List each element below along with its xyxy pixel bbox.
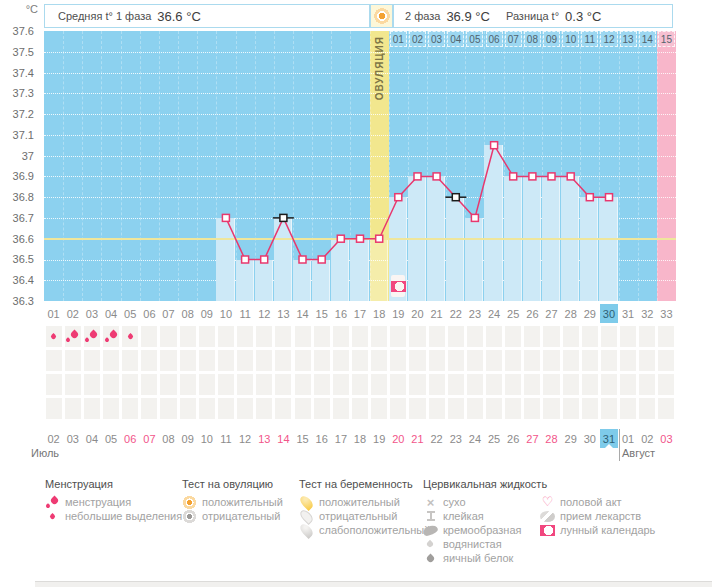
- symptom-cell[interactable]: [601, 398, 617, 419]
- temp-point[interactable]: [548, 173, 555, 180]
- temp-point[interactable]: [261, 256, 268, 263]
- symptom-cell[interactable]: [141, 398, 157, 419]
- symptom-cell[interactable]: [141, 374, 157, 395]
- symptom-cell[interactable]: [314, 374, 330, 395]
- symptom-cell[interactable]: [563, 374, 579, 395]
- symptom-cell[interactable]: [103, 350, 119, 371]
- symptom-cell[interactable]: [333, 326, 349, 347]
- symptom-cell[interactable]: [505, 374, 521, 395]
- temp-point[interactable]: [471, 214, 478, 221]
- temp-point[interactable]: [242, 256, 249, 263]
- symptom-cell[interactable]: [639, 326, 655, 347]
- symptom-cell[interactable]: [256, 350, 272, 371]
- symptom-cell[interactable]: [65, 374, 81, 395]
- symptom-cell[interactable]: [333, 374, 349, 395]
- temp-point[interactable]: [529, 173, 536, 180]
- symptom-cell[interactable]: [658, 398, 674, 419]
- symptom-cell[interactable]: [141, 326, 157, 347]
- symptom-cell[interactable]: [658, 326, 674, 347]
- symptom-cell[interactable]: [352, 350, 368, 371]
- symptom-cell[interactable]: [65, 398, 81, 419]
- temp-point[interactable]: [376, 235, 383, 242]
- symptom-cell[interactable]: [65, 326, 81, 347]
- symptom-cell[interactable]: [103, 326, 119, 347]
- symptom-cell[interactable]: [658, 374, 674, 395]
- symptom-cell[interactable]: [486, 374, 502, 395]
- symptom-cell[interactable]: [543, 350, 559, 371]
- symptom-cell[interactable]: [601, 326, 617, 347]
- symptom-cell[interactable]: [314, 398, 330, 419]
- symptom-cell[interactable]: [256, 374, 272, 395]
- temp-point[interactable]: [395, 194, 402, 201]
- symptom-cell[interactable]: [122, 326, 138, 347]
- symptom-cell[interactable]: [199, 398, 215, 419]
- temp-point[interactable]: [433, 173, 440, 180]
- symptom-cell[interactable]: [160, 374, 176, 395]
- symptom-cell[interactable]: [84, 326, 100, 347]
- symptom-cell[interactable]: [65, 350, 81, 371]
- symptom-cell[interactable]: [237, 326, 253, 347]
- symptom-cell[interactable]: [371, 374, 387, 395]
- symptom-cell[interactable]: [103, 398, 119, 419]
- symptom-cell[interactable]: [237, 398, 253, 419]
- symptom-cell[interactable]: [180, 374, 196, 395]
- symptom-cell[interactable]: [467, 398, 483, 419]
- symptom-cell[interactable]: [218, 350, 234, 371]
- symptom-cell[interactable]: [505, 398, 521, 419]
- symptom-cell[interactable]: [122, 350, 138, 371]
- symptom-cell[interactable]: [180, 350, 196, 371]
- symptom-cell[interactable]: [295, 350, 311, 371]
- symptom-cell[interactable]: [639, 398, 655, 419]
- temp-point[interactable]: [414, 173, 421, 180]
- symptom-cell[interactable]: [620, 350, 636, 371]
- temp-point[interactable]: [318, 256, 325, 263]
- symptom-cell[interactable]: [582, 326, 598, 347]
- symptom-cell[interactable]: [409, 350, 425, 371]
- symptom-cell[interactable]: [237, 350, 253, 371]
- symptom-cell[interactable]: [486, 326, 502, 347]
- symptom-cell[interactable]: [103, 374, 119, 395]
- symptom-cell[interactable]: [141, 350, 157, 371]
- symptom-cell[interactable]: [199, 326, 215, 347]
- temp-point[interactable]: [357, 235, 364, 242]
- symptom-cell[interactable]: [448, 350, 464, 371]
- symptom-cell[interactable]: [620, 374, 636, 395]
- symptom-cell[interactable]: [467, 326, 483, 347]
- symptom-cell[interactable]: [505, 326, 521, 347]
- symptom-cell[interactable]: [409, 374, 425, 395]
- symptom-cell[interactable]: [218, 374, 234, 395]
- temp-point[interactable]: [567, 173, 574, 180]
- symptom-cell[interactable]: [601, 350, 617, 371]
- symptom-cell[interactable]: [275, 398, 291, 419]
- symptom-cell[interactable]: [46, 374, 62, 395]
- symptom-cell[interactable]: [46, 350, 62, 371]
- symptom-cell[interactable]: [409, 398, 425, 419]
- symptom-cell[interactable]: [352, 398, 368, 419]
- symptom-cell[interactable]: [448, 398, 464, 419]
- symptom-cell[interactable]: [352, 374, 368, 395]
- symptom-cell[interactable]: [486, 350, 502, 371]
- symptom-cell[interactable]: [563, 326, 579, 347]
- symptom-cell[interactable]: [256, 398, 272, 419]
- symptom-cell[interactable]: [390, 374, 406, 395]
- symptom-cell[interactable]: [256, 326, 272, 347]
- symptom-cell[interactable]: [295, 374, 311, 395]
- symptom-cell[interactable]: [448, 326, 464, 347]
- symptom-cell[interactable]: [314, 350, 330, 371]
- symptom-cell[interactable]: [582, 398, 598, 419]
- symptom-cell[interactable]: [563, 350, 579, 371]
- symptom-cell[interactable]: [122, 398, 138, 419]
- symptom-cell[interactable]: [180, 326, 196, 347]
- symptom-cell[interactable]: [429, 398, 445, 419]
- symptom-cell[interactable]: [199, 350, 215, 371]
- symptom-cell[interactable]: [237, 374, 253, 395]
- symptom-cell[interactable]: [314, 326, 330, 347]
- temp-point[interactable]: [491, 142, 498, 149]
- symptom-cell[interactable]: [582, 350, 598, 371]
- symptom-cell[interactable]: [218, 326, 234, 347]
- symptom-cell[interactable]: [467, 374, 483, 395]
- symptom-cell[interactable]: [601, 374, 617, 395]
- symptom-cell[interactable]: [275, 374, 291, 395]
- symptom-cell[interactable]: [371, 326, 387, 347]
- temp-point[interactable]: [280, 214, 287, 221]
